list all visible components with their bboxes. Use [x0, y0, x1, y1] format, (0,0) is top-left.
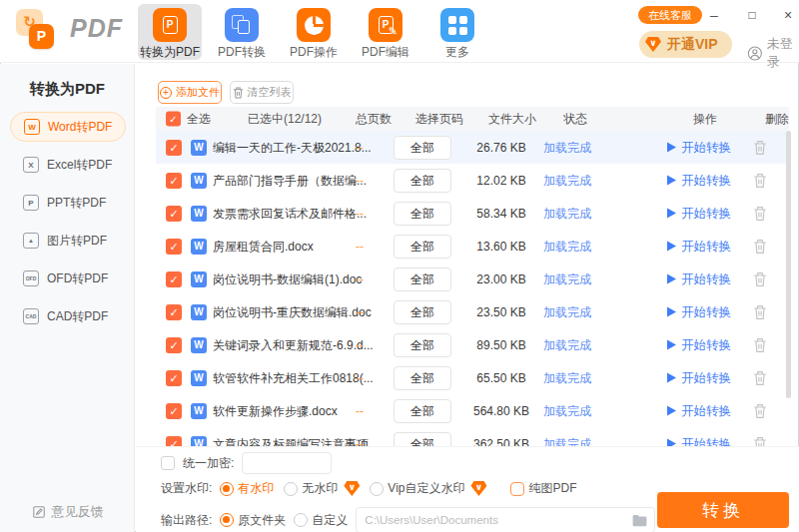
tab-pdf-operations[interactable]: PDF操作: [282, 4, 346, 60]
convert-button[interactable]: 转换: [657, 492, 789, 528]
play-icon: [667, 242, 676, 252]
file-list: ✓ W 编辑一天的工作-天极2021.8... -- 全部 26.76 KB 加…: [156, 131, 789, 446]
scrollbar-thumb[interactable]: [786, 131, 791, 398]
delete-icon[interactable]: [753, 370, 767, 385]
start-convert-button[interactable]: 开始转换: [667, 139, 731, 156]
vertical-scrollbar[interactable]: [786, 131, 791, 446]
start-convert-button[interactable]: 开始转换: [667, 402, 731, 419]
start-convert-label: 开始转换: [681, 139, 731, 156]
encrypt-password-input[interactable]: [242, 452, 332, 474]
delete-icon[interactable]: [753, 337, 767, 352]
row-checkbox[interactable]: ✓: [166, 206, 182, 222]
word-file-icon: W: [191, 436, 207, 447]
output-original-radio[interactable]: [220, 513, 234, 527]
start-convert-button[interactable]: 开始转换: [667, 336, 731, 353]
status-text: 加载完成: [543, 205, 591, 222]
play-icon: [667, 406, 676, 416]
start-convert-label: 开始转换: [681, 336, 731, 353]
online-service-badge[interactable]: 在线客服: [638, 6, 702, 24]
delete-icon[interactable]: [753, 173, 767, 188]
title-bar: ↻ P PDF P 转换为PDF PDF转换 PDF操作 P✎ PDF编辑 更多…: [0, 0, 799, 63]
status-text: 加载完成: [543, 172, 591, 189]
watermark-with-radio[interactable]: [220, 482, 234, 496]
row-checkbox[interactable]: ✓: [166, 403, 182, 419]
page-range-button[interactable]: 全部: [394, 432, 451, 447]
play-icon: [667, 274, 676, 284]
page-range-button[interactable]: 全部: [394, 169, 451, 193]
tab-convert-to-pdf[interactable]: P 转换为PDF: [138, 4, 202, 60]
minimize-button[interactable]: –: [703, 5, 725, 25]
sidebar-item-excel-to-pdf[interactable]: X Excel转PDF: [10, 150, 126, 180]
start-convert-button[interactable]: 开始转换: [667, 238, 731, 255]
sidebar-title: 转换为PDF: [0, 80, 135, 99]
add-files-button[interactable]: + 添加文件: [158, 81, 222, 104]
row-checkbox[interactable]: ✓: [166, 140, 182, 156]
unify-encrypt-checkbox[interactable]: [161, 456, 175, 470]
clear-list-button[interactable]: 清空列表: [230, 81, 294, 104]
sidebar-item-ppt-to-pdf[interactable]: P PPT转PDF: [10, 188, 126, 218]
file-size: 23.00 KB: [461, 272, 541, 286]
start-convert-button[interactable]: 开始转换: [667, 205, 731, 222]
login-button[interactable]: 未登录: [747, 35, 799, 71]
row-checkbox[interactable]: ✓: [166, 337, 182, 353]
sidebar-item-image-to-pdf[interactable]: ▲ 图片转PDF: [10, 226, 126, 256]
start-convert-button[interactable]: 开始转换: [667, 303, 731, 320]
word-file-icon: W: [191, 239, 207, 255]
sidebar-item-cad-to-pdf[interactable]: CAD CAD转PDF: [10, 301, 126, 331]
select-all-checkbox[interactable]: ✓: [166, 112, 181, 127]
row-checkbox[interactable]: ✓: [166, 436, 182, 447]
page-range-button[interactable]: 全部: [394, 399, 451, 423]
delete-icon[interactable]: [753, 304, 767, 319]
tab-pdf-convert[interactable]: PDF转换: [210, 4, 274, 60]
close-button[interactable]: ×: [777, 5, 799, 25]
delete-icon[interactable]: [753, 436, 767, 446]
page-range-button[interactable]: 全部: [394, 267, 451, 291]
sidebar-item-ofd-to-pdf[interactable]: OFD OFD转PDF: [10, 264, 126, 293]
status-text: 加载完成: [543, 336, 591, 353]
page-count: --: [348, 338, 372, 352]
plus-circle-icon: +: [160, 87, 172, 99]
tab-pdf-edit[interactable]: P✎ PDF编辑: [354, 4, 417, 60]
watermark-without-radio[interactable]: [284, 482, 298, 496]
watermark-custom-radio[interactable]: [370, 482, 384, 496]
output-custom-radio[interactable]: [294, 513, 308, 527]
output-path-input[interactable]: [365, 514, 628, 526]
maximize-button[interactable]: □: [741, 5, 763, 25]
play-icon: [667, 176, 676, 186]
page-range-button[interactable]: 全部: [394, 333, 451, 357]
folder-icon[interactable]: [632, 514, 647, 527]
app-title: PDF: [70, 14, 123, 43]
row-checkbox[interactable]: ✓: [166, 370, 182, 386]
row-checkbox[interactable]: ✓: [166, 173, 182, 189]
page-range-button[interactable]: 全部: [394, 235, 451, 259]
start-convert-button[interactable]: 开始转换: [667, 369, 731, 386]
page-range-button[interactable]: 全部: [394, 366, 451, 390]
start-convert-label: 开始转换: [681, 270, 731, 287]
delete-icon[interactable]: [753, 206, 767, 221]
open-vip-button[interactable]: ∨ 开通VIP: [639, 31, 732, 58]
start-convert-button[interactable]: 开始转换: [667, 172, 731, 189]
sidebar-item-word-to-pdf[interactable]: W Word转PDF: [10, 112, 126, 142]
delete-icon[interactable]: [753, 403, 767, 418]
page-range-button[interactable]: 全部: [394, 136, 451, 160]
edit-icon: [32, 505, 46, 519]
unify-encrypt-label: 统一加密:: [183, 455, 234, 472]
row-checkbox[interactable]: ✓: [166, 239, 182, 255]
watermark-without-label: 无水印: [302, 480, 338, 497]
sidebar-item-label: Excel转PDF: [47, 157, 112, 174]
start-convert-label: 开始转换: [681, 172, 731, 189]
delete-icon[interactable]: [753, 140, 767, 155]
row-checkbox[interactable]: ✓: [166, 304, 182, 320]
delete-icon[interactable]: [753, 239, 767, 254]
delete-icon[interactable]: [753, 271, 767, 286]
page-count: --: [348, 240, 372, 254]
start-convert-button[interactable]: 开始转换: [667, 270, 731, 287]
feedback-button[interactable]: 意见反馈: [0, 503, 135, 521]
page-range-button[interactable]: 全部: [394, 202, 451, 226]
excel-doc-icon: X: [23, 157, 39, 173]
start-convert-button[interactable]: 开始转换: [667, 435, 731, 446]
row-checkbox[interactable]: ✓: [166, 271, 182, 287]
pure-image-pdf-checkbox[interactable]: [510, 482, 524, 496]
page-range-button[interactable]: 全部: [394, 300, 451, 324]
tab-more[interactable]: 更多: [425, 4, 489, 60]
